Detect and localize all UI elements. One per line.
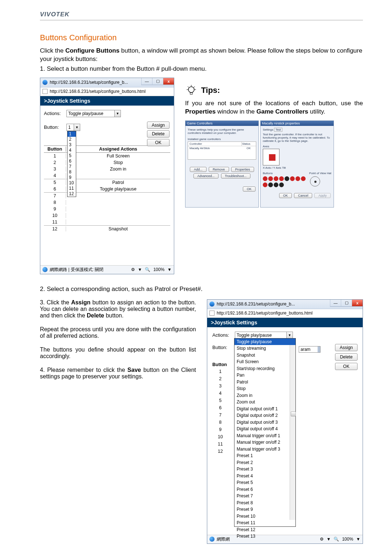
ok-button[interactable]: OK bbox=[335, 363, 358, 370]
remove-button[interactable]: Remove bbox=[209, 167, 229, 172]
dropdown-option[interactable]: 11 bbox=[68, 186, 76, 191]
dropdown-option[interactable]: 6 bbox=[68, 159, 76, 164]
dropdown-option[interactable]: Full Screen bbox=[234, 358, 295, 365]
ok-button[interactable]: OK bbox=[243, 186, 256, 192]
tab-test[interactable]: Test bbox=[274, 128, 282, 132]
add-button[interactable]: Add... bbox=[190, 167, 207, 172]
dropdown-option[interactable]: Preset 7 bbox=[234, 493, 295, 500]
window-title-bar[interactable]: http://192.168.6.231/setup/configure_b..… bbox=[40, 78, 174, 87]
dropdown-option[interactable]: Preset 9 bbox=[234, 506, 295, 513]
maximize-button[interactable]: ▢ bbox=[152, 78, 163, 85]
url-bar[interactable]: http://192.168.6.231/setup/configure_but… bbox=[40, 87, 174, 96]
dropdown-option[interactable]: Preset 11 bbox=[234, 520, 295, 526]
ok-button[interactable]: OK bbox=[279, 193, 292, 198]
table-row[interactable]: 6Toggle play/pause bbox=[44, 186, 170, 192]
dropdown-option[interactable]: Manual trigger on/off 2 bbox=[234, 439, 295, 446]
dropdown-option[interactable]: Preset 13 bbox=[234, 533, 295, 540]
dropdown-option[interactable]: Digital output on/off 2 bbox=[234, 412, 295, 419]
actions-select[interactable]: Toggle play/pause ▼ bbox=[235, 332, 293, 339]
table-row[interactable]: 12Snapshot bbox=[44, 226, 170, 232]
chevron-down-icon[interactable]: ▼ bbox=[74, 124, 80, 131]
table-row[interactable]: 4 bbox=[44, 172, 170, 179]
url-text: http://192.168.6.231/setup/configure_but… bbox=[217, 311, 313, 316]
para-list: The buttons you define should appear on … bbox=[40, 346, 196, 360]
dropdown-option[interactable]: Start/stop recording bbox=[234, 365, 295, 372]
num-cell: 8 bbox=[212, 419, 228, 426]
dropdown-option[interactable]: Manual trigger on/off 3 bbox=[234, 446, 295, 453]
dropdown-option[interactable]: 4 bbox=[68, 148, 76, 153]
button-dropdown-list[interactable]: 123456789101112 bbox=[67, 131, 76, 197]
url-bar[interactable]: http://192.168.6.231/setup/configure_but… bbox=[207, 309, 363, 318]
dropdown-option[interactable]: Digital output on/off 3 bbox=[234, 419, 295, 426]
table-row[interactable]: 8 bbox=[44, 199, 170, 206]
dropdown-option[interactable]: Manual trigger on/off 1 bbox=[234, 432, 295, 439]
actions-dropdown-list[interactable]: Toggle play/pauseStop streamingSnapshotF… bbox=[234, 338, 296, 527]
close-button[interactable]: x bbox=[163, 78, 174, 85]
dropdown-option[interactable]: Stop streaming bbox=[234, 345, 295, 352]
tab-settings[interactable]: Settings bbox=[263, 128, 273, 131]
minimize-button[interactable]: — bbox=[330, 300, 341, 307]
dropdown-option[interactable]: 1 bbox=[68, 131, 76, 137]
actions-select[interactable]: Toggle play/pause ▼ bbox=[66, 110, 121, 117]
properties-button[interactable]: Properties bbox=[231, 167, 254, 172]
maximize-button[interactable]: ▢ bbox=[341, 300, 352, 307]
dropdown-option[interactable]: 12 bbox=[68, 191, 76, 197]
gc-installed-label: Installed game controllers bbox=[188, 138, 256, 141]
dropdown-option[interactable]: 9 bbox=[68, 175, 76, 180]
table-row[interactable]: 2Stop bbox=[44, 159, 170, 166]
joystick-window-1: http://192.168.6.231/setup/configure_b..… bbox=[40, 78, 174, 274]
ok-button[interactable]: OK bbox=[147, 139, 170, 146]
dropdown-option[interactable]: Digital output on/off 1 bbox=[234, 406, 295, 413]
chevron-down-icon[interactable]: ▼ bbox=[114, 110, 121, 117]
chevron-down-icon[interactable]: ▼ bbox=[286, 332, 293, 338]
scroll-thumb[interactable] bbox=[291, 411, 296, 416]
dropdown-option[interactable]: Preset 5 bbox=[234, 479, 295, 486]
dropdown-option[interactable]: Preset 8 bbox=[234, 500, 295, 506]
table-row[interactable]: 11 bbox=[44, 219, 170, 225]
dropdown-option[interactable]: Zoom out bbox=[234, 399, 295, 406]
cancel-button[interactable]: Cancel bbox=[294, 193, 312, 198]
delete-button[interactable]: Delete bbox=[335, 353, 358, 361]
dropdown-option[interactable]: Zoom in bbox=[234, 392, 295, 399]
dropdown-option[interactable]: Preset 12 bbox=[234, 526, 295, 533]
dropdown-option[interactable]: Snapshot bbox=[234, 352, 295, 359]
window-title-bar[interactable]: http://192.168.6.231/setup/configure_b..… bbox=[207, 300, 363, 309]
delete-button[interactable]: Delete bbox=[147, 130, 170, 138]
dropdown-option[interactable]: 8 bbox=[68, 169, 76, 175]
table-row[interactable]: 1Full Screen bbox=[44, 153, 170, 159]
minimize-button[interactable]: — bbox=[141, 78, 152, 85]
dropdown-option[interactable]: 7 bbox=[68, 164, 76, 169]
dropdown-option[interactable]: Patrol bbox=[234, 379, 295, 386]
dropdown-option[interactable]: Stop bbox=[234, 385, 295, 392]
table-row[interactable]: 9 bbox=[44, 206, 170, 212]
dropdown-option[interactable]: 3 bbox=[68, 142, 76, 148]
table-row[interactable]: 5Patrol bbox=[44, 179, 170, 186]
dropdown-option[interactable]: Digital output on/off 4 bbox=[234, 426, 295, 432]
dropdown-option[interactable]: 10 bbox=[68, 180, 76, 186]
assign-button[interactable]: Assign bbox=[147, 122, 170, 129]
close-button[interactable]: x bbox=[352, 300, 363, 307]
gc-item[interactable]: Macally AirStick bbox=[188, 146, 241, 150]
dropdown-option[interactable]: Toggle play/pause bbox=[234, 338, 295, 345]
t: Properties bbox=[185, 108, 216, 115]
pane-title: >Joystick Settings bbox=[207, 318, 363, 327]
dropdown-option[interactable]: Preset 3 bbox=[234, 466, 295, 473]
button-num-select[interactable]: 1 ▼ bbox=[66, 124, 80, 131]
troubleshoot-button[interactable]: Troubleshoot... bbox=[221, 173, 251, 178]
table-row[interactable]: 10 bbox=[44, 212, 170, 219]
dropdown-option[interactable]: Preset 6 bbox=[234, 486, 295, 493]
dropdown-option[interactable]: Preset 1 bbox=[234, 452, 295, 459]
axes-label: Axes bbox=[263, 145, 331, 148]
table-row[interactable]: 7 bbox=[44, 193, 170, 199]
dropdown-option[interactable]: Preset 4 bbox=[234, 473, 295, 480]
scrollbar[interactable] bbox=[290, 345, 295, 520]
dropdown-option[interactable]: Preset 2 bbox=[234, 459, 295, 466]
dropdown-option[interactable]: 5 bbox=[68, 153, 76, 159]
advanced-button[interactable]: Advanced... bbox=[193, 173, 219, 178]
dropdown-option[interactable]: Preset 10 bbox=[234, 513, 295, 520]
ie-icon bbox=[209, 301, 215, 307]
dropdown-option[interactable]: Pan bbox=[234, 372, 295, 379]
assign-button[interactable]: Assign bbox=[335, 344, 358, 351]
table-row[interactable]: 3Zoom in bbox=[44, 166, 170, 172]
dropdown-option[interactable]: 2 bbox=[68, 137, 76, 142]
